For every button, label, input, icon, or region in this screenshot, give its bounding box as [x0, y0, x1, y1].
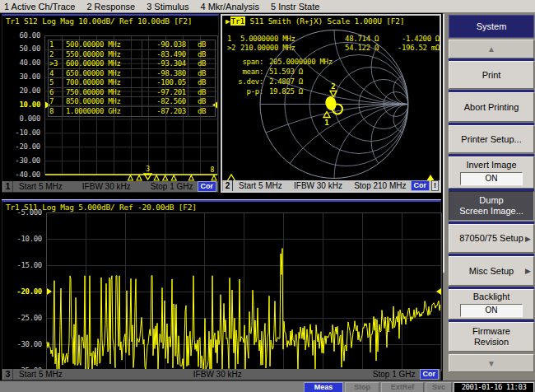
softkey-87050-75-setup-button[interactable]: 87050/75 Setup▶	[449, 224, 534, 253]
marker-number: 4	[49, 69, 63, 78]
s12-y-label: -40.00	[2, 170, 40, 179]
active-trace-arrow-icon: ▶	[226, 16, 230, 26]
channel3-number: 3	[2, 369, 13, 380]
softkey-abort-printing-button[interactable]: Abort Printing	[449, 92, 534, 122]
menu-item-5[interactable]: 5 Instr State	[271, 2, 319, 12]
s12-marker-row: 2550.00000 MHz-83.490dB	[49, 50, 215, 60]
channel1-start-freq: Start 5 MHz	[19, 182, 63, 191]
s12-y-label: -10.00	[2, 128, 40, 137]
marker-value: -100.05	[142, 78, 188, 87]
s12-y-label: 30.00	[2, 72, 40, 81]
marker-unit: dB	[188, 107, 215, 117]
s12-marker-7	[188, 175, 193, 180]
softkey-firmware-button[interactable]: FirmwareRevision	[449, 322, 534, 352]
s12-marker-3: 3	[144, 166, 151, 180]
softkey-label: 87050/75 Setup	[459, 233, 523, 244]
softkey-label-line2: Revision	[474, 337, 509, 348]
softkey-label: Backlight	[473, 292, 510, 302]
softkey-label: Misc Setup	[469, 266, 514, 277]
s12-marker-8: 8	[211, 166, 216, 180]
softkey-printer-setup-button[interactable]: Printer Setup...	[449, 125, 534, 153]
sidebar-edge-line	[443, 14, 444, 273]
channel1-number: 1	[2, 181, 13, 192]
marker-number: 6	[49, 88, 63, 97]
softkey-scroll-up-button[interactable]: ▲	[449, 40, 534, 58]
marker-unit: dB	[188, 59, 215, 68]
s11lm-y-label: -5.000	[4, 208, 42, 217]
panel-s12-logmag: Tr1 S12 Log Mag 10.00dB/ Ref 10.00dB [F2…	[2, 14, 219, 193]
softkey-dump-button[interactable]: DumpScreen Image...	[449, 191, 534, 221]
s11lm-y-label: -10.00	[4, 235, 42, 243]
marker-value: -82.560	[142, 97, 188, 106]
s11lm-plot-area	[46, 212, 443, 374]
channel1-stop-freq: Stop 1 GHz	[151, 182, 193, 191]
marker-frequency: 500.00000 MHz	[63, 40, 142, 49]
marker-unit: dB	[188, 78, 215, 87]
marker-number: >3	[49, 59, 63, 68]
s12-marker-2	[137, 175, 142, 180]
channel2-warning-badge: !	[431, 180, 439, 191]
s12-marker-table: 1500.00000 MHz-90.038dB 2550.00000 MHz-8…	[48, 40, 216, 117]
menu-item-1[interactable]: 1 Active Ch/Trace	[4, 2, 75, 12]
channel2-stop-freq: Stop 210 MHz	[354, 181, 406, 190]
smith-title-text: S11 Smith (R+jX) Scale 1.000U [F2]	[245, 16, 404, 26]
s12-y-label: 0.000	[2, 114, 40, 123]
softkey-misc-setup-button[interactable]: Misc Setup▶	[449, 256, 534, 286]
channel2-number: 2	[222, 180, 233, 191]
datetime-display: 2001-01-16 11:03	[454, 382, 534, 392]
s12-marker-row: 6750.00000 MHz-97.201dB	[49, 88, 215, 98]
marker-value: -93.304	[142, 59, 188, 68]
channel2-status-bar: 2 Start 5 MHz IFBW 30 kHz Stop 210 MHz C…	[222, 180, 440, 191]
softkey-backlight-button[interactable]: BacklightON	[449, 289, 534, 320]
s12-marker-row: 81.0000000 GHz-87.203dB	[49, 107, 215, 117]
softkey-label: Invert Image	[466, 160, 516, 170]
marker-number: 7	[49, 97, 63, 106]
marker-unit: dB	[188, 88, 215, 97]
s11lm-y-label: -15.00	[4, 261, 42, 269]
panel-s12-title: Tr1 S12 Log Mag 10.00dB/ Ref 10.00dB [F2…	[6, 16, 192, 26]
marker-unit: dB	[188, 50, 215, 59]
down-arrow-icon: ▼	[487, 359, 495, 368]
s11lm-y-label: -25.00	[4, 314, 42, 322]
s12-marker-row: 7850.00000 MHz-82.560dB	[49, 97, 215, 107]
svg-text:1: 1	[324, 119, 328, 127]
marker-value: -97.201	[142, 88, 188, 97]
menu-item-4[interactable]: 4 Mkr/Analysis	[200, 2, 259, 12]
panel-smith-title: ▶Tr1 S11 Smith (R+jX) Scale 1.000U [F2]	[226, 16, 404, 26]
panel-s11-smith: ▶Tr1 S11 Smith (R+jX) Scale 1.000U [F2] …	[221, 14, 441, 193]
channel1-ifbw: IFBW 30 kHz	[63, 182, 151, 191]
softkey-label-line2: Screen Image...	[459, 206, 523, 217]
marker-value: -87.203	[142, 107, 188, 117]
s12-marker-row: 5700.00000 MHz-100.05dB	[49, 78, 215, 88]
softkey-print-button[interactable]: Print	[449, 61, 534, 89]
submenu-arrow-icon: ▶	[525, 234, 531, 245]
menu-item-2[interactable]: 2 Response	[86, 2, 135, 12]
channel2-start-freq: Start 5 MHz	[239, 181, 282, 190]
marker-frequency: 750.00000 MHz	[63, 88, 142, 97]
marker-value: -83.490	[142, 50, 188, 59]
channel3-start-freq: Start 5 MHz	[19, 370, 63, 379]
marker-unit: dB	[188, 97, 215, 106]
s12-marker-row: 1500.00000 MHz-90.038dB	[49, 40, 215, 50]
s12-marker-row: >3600.00000 MHz-93.304dB	[49, 59, 215, 69]
marker-number: 1	[49, 40, 63, 49]
marker-number: 2	[49, 50, 63, 59]
softkey-invert-image-button[interactable]: Invert ImageON	[449, 156, 534, 189]
marker-frequency: 550.00000 MHz	[63, 50, 142, 59]
s12-y-label: 50.00	[2, 44, 40, 53]
s12-marker-6	[171, 175, 176, 180]
menu-item-3[interactable]: 3 Stimulus	[147, 2, 188, 12]
channel1-status-bar: 1 Start 5 MHz IFBW 30 kHz Stop 1 GHz Cor	[2, 181, 218, 192]
s12-marker-row: 4650.00000 MHz-98.380dB	[49, 69, 215, 79]
marker-number: 5	[49, 78, 63, 87]
stop-indicator: Stop	[345, 382, 379, 392]
marker-value: -98.380	[142, 69, 188, 78]
system-menu-title: System	[449, 15, 534, 38]
softkey-sidebar: System ▲ PrintAbort PrintingPrinter Setu…	[443, 13, 535, 380]
svg-text:8: 8	[211, 166, 215, 174]
softkey-scroll-down-button[interactable]: ▼	[449, 354, 534, 372]
up-arrow-icon: ▲	[487, 44, 495, 54]
marker-number: 8	[49, 107, 63, 117]
svc-indicator: Svc	[426, 382, 452, 392]
active-trace-label: Tr1	[230, 16, 246, 26]
